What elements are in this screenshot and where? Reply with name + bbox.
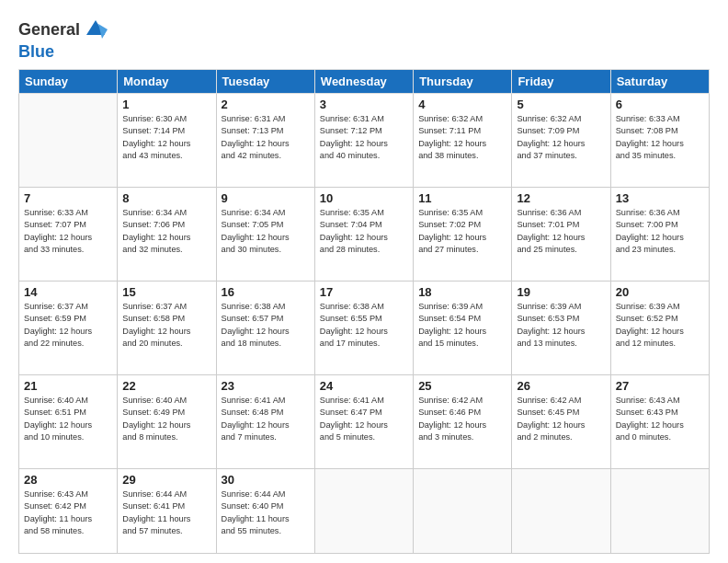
calendar-cell: 28Sunrise: 6:43 AMSunset: 6:42 PMDayligh… (19, 468, 118, 553)
day-header-thursday: Thursday (414, 70, 512, 94)
calendar-cell: 27Sunrise: 6:43 AMSunset: 6:43 PMDayligh… (610, 374, 709, 468)
calendar-cell: 15Sunrise: 6:37 AMSunset: 6:58 PMDayligh… (118, 281, 216, 374)
day-number: 24 (320, 379, 408, 393)
day-number: 13 (616, 191, 704, 205)
day-number: 14 (24, 285, 112, 299)
day-info: Sunrise: 6:32 AMSunset: 7:09 PMDaylight:… (517, 113, 605, 162)
day-header-saturday: Saturday (610, 70, 709, 94)
day-header-tuesday: Tuesday (216, 70, 314, 94)
day-info: Sunrise: 6:41 AMSunset: 6:48 PMDaylight:… (222, 395, 310, 443)
day-info: Sunrise: 6:31 AMSunset: 7:13 PMDaylight:… (222, 113, 310, 162)
day-number: 25 (418, 379, 506, 393)
calendar-cell: 5Sunrise: 6:32 AMSunset: 7:09 PMDaylight… (512, 94, 610, 188)
day-number: 30 (222, 473, 310, 487)
day-number: 2 (222, 98, 310, 111)
week-row-3: 14Sunrise: 6:37 AMSunset: 6:59 PMDayligh… (19, 281, 710, 374)
day-number: 23 (222, 379, 310, 393)
day-number: 17 (320, 285, 408, 299)
calendar-cell: 13Sunrise: 6:36 AMSunset: 7:00 PMDayligh… (610, 187, 709, 281)
day-info: Sunrise: 6:42 AMSunset: 6:45 PMDaylight:… (517, 395, 605, 443)
day-number: 5 (517, 98, 605, 111)
day-info: Sunrise: 6:33 AMSunset: 7:07 PMDaylight:… (24, 207, 112, 256)
calendar-cell: 25Sunrise: 6:42 AMSunset: 6:46 PMDayligh… (414, 374, 512, 468)
calendar-cell: 16Sunrise: 6:38 AMSunset: 6:57 PMDayligh… (216, 281, 314, 374)
day-number: 18 (418, 285, 506, 299)
calendar-cell: 3Sunrise: 6:31 AMSunset: 7:12 PMDaylight… (314, 94, 413, 188)
logo: GeneralBlue (18, 17, 109, 62)
day-number: 11 (418, 191, 506, 205)
calendar-cell: 1Sunrise: 6:30 AMSunset: 7:14 PMDaylight… (118, 94, 216, 188)
day-header-wednesday: Wednesday (314, 70, 413, 94)
logo-icon (82, 17, 109, 42)
page: GeneralBlue SundayMondayTuesdayWednesday… (0, 0, 728, 563)
day-number: 16 (222, 285, 310, 299)
calendar-cell (610, 468, 709, 553)
day-info: Sunrise: 6:43 AMSunset: 6:43 PMDaylight:… (616, 395, 704, 443)
week-row-4: 21Sunrise: 6:40 AMSunset: 6:51 PMDayligh… (19, 374, 710, 468)
day-info: Sunrise: 6:39 AMSunset: 6:52 PMDaylight:… (616, 301, 704, 350)
calendar-cell: 9Sunrise: 6:34 AMSunset: 7:05 PMDaylight… (216, 187, 314, 281)
week-row-5: 28Sunrise: 6:43 AMSunset: 6:42 PMDayligh… (19, 468, 710, 553)
day-info: Sunrise: 6:32 AMSunset: 7:11 PMDaylight:… (418, 113, 506, 162)
day-number: 10 (320, 191, 408, 205)
calendar-cell (19, 94, 118, 188)
day-number: 7 (24, 191, 112, 205)
calendar-cell: 18Sunrise: 6:39 AMSunset: 6:54 PMDayligh… (414, 281, 512, 374)
day-header-friday: Friday (512, 70, 610, 94)
day-info: Sunrise: 6:40 AMSunset: 6:51 PMDaylight:… (24, 395, 112, 443)
calendar-cell (414, 468, 512, 553)
day-info: Sunrise: 6:36 AMSunset: 7:00 PMDaylight:… (616, 207, 704, 256)
day-number: 9 (222, 191, 310, 205)
calendar-cell: 8Sunrise: 6:34 AMSunset: 7:06 PMDaylight… (118, 187, 216, 281)
day-info: Sunrise: 6:35 AMSunset: 7:04 PMDaylight:… (320, 207, 408, 256)
calendar-cell (512, 468, 610, 553)
day-info: Sunrise: 6:34 AMSunset: 7:05 PMDaylight:… (222, 207, 310, 256)
day-info: Sunrise: 6:37 AMSunset: 6:59 PMDaylight:… (24, 301, 112, 350)
calendar-cell: 7Sunrise: 6:33 AMSunset: 7:07 PMDaylight… (19, 187, 118, 281)
day-number: 8 (122, 191, 210, 205)
logo-blue: Blue (18, 42, 54, 61)
calendar-cell: 14Sunrise: 6:37 AMSunset: 6:59 PMDayligh… (19, 281, 118, 374)
calendar-cell: 26Sunrise: 6:42 AMSunset: 6:45 PMDayligh… (512, 374, 610, 468)
day-number: 3 (320, 98, 408, 111)
week-row-1: 1Sunrise: 6:30 AMSunset: 7:14 PMDaylight… (19, 94, 710, 188)
day-info: Sunrise: 6:34 AMSunset: 7:06 PMDaylight:… (122, 207, 210, 256)
day-number: 6 (616, 98, 704, 111)
day-number: 21 (24, 379, 112, 393)
calendar-cell: 17Sunrise: 6:38 AMSunset: 6:55 PMDayligh… (314, 281, 413, 374)
day-number: 27 (616, 379, 704, 393)
day-number: 12 (517, 191, 605, 205)
day-number: 26 (517, 379, 605, 393)
day-info: Sunrise: 6:33 AMSunset: 7:08 PMDaylight:… (616, 113, 704, 162)
logo-general: General (18, 20, 80, 40)
day-info: Sunrise: 6:44 AMSunset: 6:40 PMDaylight:… (222, 488, 310, 537)
day-info: Sunrise: 6:35 AMSunset: 7:02 PMDaylight:… (418, 207, 506, 256)
calendar-cell: 24Sunrise: 6:41 AMSunset: 6:47 PMDayligh… (314, 374, 413, 468)
calendar-cell: 12Sunrise: 6:36 AMSunset: 7:01 PMDayligh… (512, 187, 610, 281)
calendar-cell: 30Sunrise: 6:44 AMSunset: 6:40 PMDayligh… (216, 468, 314, 553)
day-info: Sunrise: 6:39 AMSunset: 6:54 PMDaylight:… (418, 301, 506, 350)
calendar-cell: 4Sunrise: 6:32 AMSunset: 7:11 PMDaylight… (414, 94, 512, 188)
calendar-cell: 6Sunrise: 6:33 AMSunset: 7:08 PMDaylight… (610, 94, 709, 188)
day-header-monday: Monday (118, 70, 216, 94)
logo-text: GeneralBlue (18, 17, 109, 62)
day-info: Sunrise: 6:44 AMSunset: 6:41 PMDaylight:… (122, 488, 210, 537)
day-info: Sunrise: 6:31 AMSunset: 7:12 PMDaylight:… (320, 113, 408, 162)
day-info: Sunrise: 6:36 AMSunset: 7:01 PMDaylight:… (517, 207, 605, 256)
day-header-sunday: Sunday (19, 70, 118, 94)
day-info: Sunrise: 6:30 AMSunset: 7:14 PMDaylight:… (122, 113, 210, 162)
day-info: Sunrise: 6:37 AMSunset: 6:58 PMDaylight:… (122, 301, 210, 350)
calendar-cell: 23Sunrise: 6:41 AMSunset: 6:48 PMDayligh… (216, 374, 314, 468)
day-info: Sunrise: 6:40 AMSunset: 6:49 PMDaylight:… (122, 395, 210, 443)
calendar-cell: 20Sunrise: 6:39 AMSunset: 6:52 PMDayligh… (610, 281, 709, 374)
calendar-cell: 22Sunrise: 6:40 AMSunset: 6:49 PMDayligh… (118, 374, 216, 468)
day-number: 15 (122, 285, 210, 299)
calendar-cell (314, 468, 413, 553)
calendar-cell: 29Sunrise: 6:44 AMSunset: 6:41 PMDayligh… (118, 468, 216, 553)
day-info: Sunrise: 6:43 AMSunset: 6:42 PMDaylight:… (24, 488, 112, 537)
day-info: Sunrise: 6:38 AMSunset: 6:55 PMDaylight:… (320, 301, 408, 350)
calendar-cell: 19Sunrise: 6:39 AMSunset: 6:53 PMDayligh… (512, 281, 610, 374)
day-number: 19 (517, 285, 605, 299)
day-number: 28 (24, 473, 112, 487)
calendar-cell: 11Sunrise: 6:35 AMSunset: 7:02 PMDayligh… (414, 187, 512, 281)
